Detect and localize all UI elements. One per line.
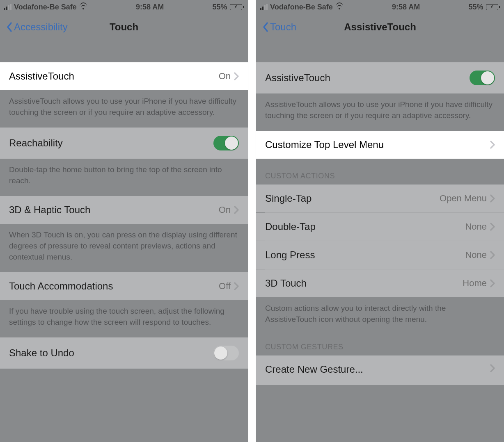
row-label: AssistiveTouch	[265, 72, 330, 84]
screenshot-touch-settings: Vodafone-Be Safe 9:58 AM 55% ⚡︎ Accessib…	[0, 0, 248, 442]
chevron-right-icon	[490, 279, 495, 288]
carrier-label: Vodafone-Be Safe	[270, 3, 333, 11]
clock: 9:58 AM	[136, 3, 164, 11]
row-value: Open Menu	[440, 193, 487, 204]
assistivetouch-toggle[interactable]	[470, 71, 495, 85]
nav-bar: Accessibility Touch	[0, 14, 248, 40]
chevron-right-icon	[234, 282, 239, 291]
nav-bar: Touch AssistiveTouch	[256, 14, 504, 40]
row-shake-to-undo[interactable]: Shake to Undo	[0, 337, 248, 369]
chevron-right-icon	[490, 364, 495, 373]
status-bar: Vodafone-Be Safe 9:58 AM 55% ⚡︎	[0, 0, 248, 14]
row-create-new-gesture[interactable]: Create New Gesture...	[256, 355, 504, 385]
row-label: 3D & Haptic Touch	[9, 204, 90, 216]
battery-icon: ⚡︎	[230, 4, 244, 10]
clock: 9:58 AM	[392, 3, 420, 11]
wifi-icon	[79, 4, 87, 10]
row-value: None	[465, 250, 487, 260]
row-label: Single-Tap	[265, 193, 312, 204]
row-touch-accommodations[interactable]: Touch Accommodations Off	[0, 272, 248, 300]
row-assistivetouch[interactable]: AssistiveTouch On	[0, 62, 248, 90]
row-label: Touch Accommodations	[9, 280, 113, 292]
row-value: None	[465, 221, 487, 232]
row-long-press[interactable]: Long Press None	[256, 241, 504, 269]
row-assistivetouch-toggle[interactable]: AssistiveTouch	[256, 62, 504, 93]
footer-custom-actions: Custom actions allow you to interact dir…	[256, 297, 504, 335]
wifi-icon	[335, 4, 344, 10]
battery-icon: ⚡︎	[486, 4, 500, 10]
footer-assistivetouch: AssistiveTouch allows you to use your iP…	[256, 93, 504, 131]
signal-icon	[4, 4, 11, 10]
carrier-label: Vodafone-Be Safe	[14, 3, 77, 11]
chevron-right-icon	[490, 194, 495, 203]
chevron-left-icon	[6, 21, 13, 33]
row-value: Home	[463, 278, 487, 289]
status-bar: Vodafone-Be Safe 9:58 AM 55% ⚡︎	[256, 0, 504, 14]
row-label: AssistiveTouch	[9, 71, 74, 82]
row-label: Shake to Undo	[9, 347, 74, 359]
back-label: Touch	[270, 21, 296, 33]
chevron-right-icon	[234, 205, 239, 214]
back-button[interactable]: Accessibility	[6, 21, 68, 33]
chevron-right-icon	[490, 251, 495, 260]
chevron-right-icon	[234, 72, 239, 81]
row-label: Create New Gesture...	[265, 364, 363, 375]
back-button[interactable]: Touch	[262, 21, 296, 33]
row-label: Customize Top Level Menu	[265, 139, 384, 150]
footer-3d-haptic: When 3D Touch is on, you can press on th…	[0, 224, 248, 272]
back-label: Accessibility	[14, 21, 68, 33]
shake-toggle[interactable]	[213, 346, 239, 360]
row-value: On	[219, 205, 231, 215]
section-header-custom-actions: CUSTOM ACTIONS	[256, 159, 504, 185]
chevron-right-icon	[490, 140, 495, 149]
section-header-custom-gestures: CUSTOM GESTURES	[256, 335, 504, 355]
row-label: Reachability	[9, 137, 63, 149]
row-label: Long Press	[265, 249, 315, 261]
row-reachability[interactable]: Reachability	[0, 128, 248, 159]
row-label: 3D Touch	[265, 278, 307, 289]
battery-percent: 55%	[212, 3, 227, 11]
row-single-tap[interactable]: Single-Tap Open Menu	[256, 185, 504, 212]
battery-percent: 55%	[468, 3, 483, 11]
chevron-left-icon	[262, 21, 269, 33]
row-value: Off	[219, 281, 231, 292]
row-label: Double-Tap	[265, 221, 316, 232]
row-double-tap[interactable]: Double-Tap None	[256, 213, 504, 241]
screenshot-assistivetouch-settings: Vodafone-Be Safe 9:58 AM 55% ⚡︎ Touch As…	[256, 0, 504, 442]
signal-icon	[260, 4, 268, 10]
reachability-toggle[interactable]	[213, 136, 239, 150]
nav-title: AssistiveTouch	[344, 21, 416, 33]
footer-touch-accommodations: If you have trouble using the touch scre…	[0, 300, 248, 337]
nav-title: Touch	[110, 21, 138, 33]
chevron-right-icon	[490, 222, 495, 231]
row-3d-haptic[interactable]: 3D & Haptic Touch On	[0, 196, 248, 224]
footer-assistivetouch: AssistiveTouch allows you to use your iP…	[0, 90, 248, 128]
row-customize-top-level-menu[interactable]: Customize Top Level Menu	[256, 131, 504, 159]
row-value: On	[219, 71, 231, 82]
row-3d-touch[interactable]: 3D Touch Home	[256, 269, 504, 297]
footer-reachability: Double-tap the home button to bring the …	[0, 159, 248, 196]
